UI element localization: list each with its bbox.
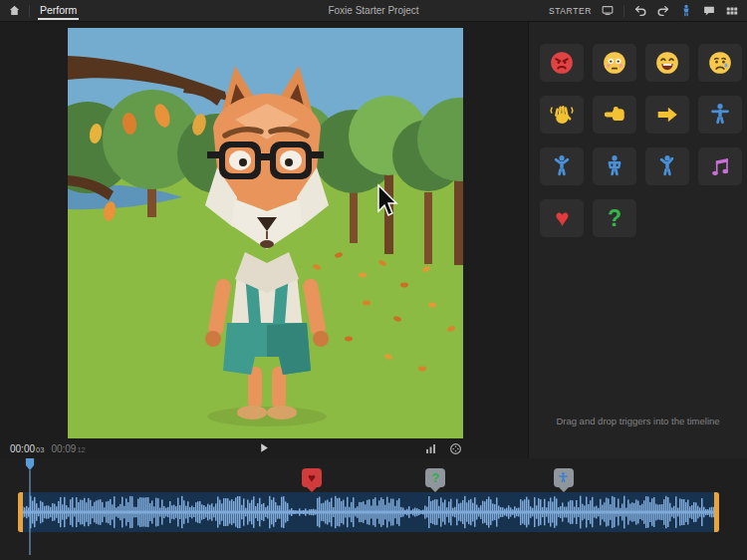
timecode-total: 00:0912 (51, 443, 85, 454)
play-icon (259, 441, 270, 456)
trigger-person-pose-c-button[interactable] (645, 147, 689, 185)
point-left-hand-icon (602, 102, 627, 128)
angry-face-icon (549, 50, 575, 76)
playhead[interactable] (26, 458, 35, 555)
timecode-total-main: 00:09 (51, 443, 76, 454)
arrow-right-icon (654, 102, 680, 128)
trigger-question-mark-button[interactable]: ? (593, 199, 636, 237)
trigger-flushed-face-button[interactable] (593, 44, 636, 82)
film-reel-icon (449, 442, 462, 455)
starter-label: STARTER (549, 6, 592, 16)
divider (29, 5, 30, 17)
trigger-heart-button[interactable]: ♥ (540, 199, 584, 237)
trigger-sad-face-button[interactable] (698, 44, 742, 82)
timeline-panel: ♥? (0, 458, 747, 560)
timeline-marker-person[interactable] (554, 468, 574, 492)
levels-button[interactable] (424, 442, 437, 455)
flushed-face-icon (602, 50, 627, 76)
person-marker-icon (554, 468, 574, 487)
trigger-person-t-pose-button[interactable] (698, 96, 742, 134)
marker-pointer (430, 487, 440, 492)
trigger-arrow-right-button[interactable] (645, 96, 689, 134)
trigger-person-pose-b-button[interactable] (593, 147, 636, 185)
monitor-icon (601, 4, 615, 17)
timecode-current-frames: 03 (36, 445, 44, 454)
audio-track[interactable] (18, 492, 719, 532)
person-pose-a-icon (549, 153, 575, 179)
triggers-panel: ♥? Drag and drop triggers into the timel… (528, 22, 747, 458)
record-scene-button[interactable] (449, 442, 462, 455)
person-pose-b-icon (602, 153, 627, 179)
question-mark-icon: ? (608, 207, 622, 230)
timecode-current[interactable]: 00:0003 (10, 443, 44, 454)
project-title: Foxie Starter Project (328, 5, 418, 16)
marker-pointer (559, 487, 569, 492)
grid-menu-button[interactable] (725, 4, 739, 18)
levels-icon (424, 442, 437, 455)
divider (623, 5, 624, 17)
scene-viewport[interactable] (68, 28, 463, 438)
sad-face-icon (707, 50, 733, 76)
stage-panel: 00:0003 00:0912 (0, 22, 528, 458)
question-mark-marker-icon: ? (425, 468, 445, 487)
timecode-total-frames: 12 (77, 445, 85, 454)
timeline-marker-heart[interactable]: ♥ (302, 468, 322, 492)
tab-perform[interactable]: Perform (38, 0, 79, 21)
heart-icon: ♥ (555, 206, 569, 230)
trigger-angry-face-button[interactable] (540, 44, 584, 82)
laughing-face-icon (654, 50, 680, 76)
music-note-icon (707, 153, 733, 179)
timecode-current-main: 00:00 (10, 443, 35, 454)
triggers-hint: Drag and drop triggers into the timeline (529, 416, 747, 426)
puppet-icon (679, 3, 693, 18)
redo-icon (656, 4, 670, 18)
trigger-wave-hand-button[interactable] (540, 96, 584, 134)
playhead-line (29, 470, 31, 555)
grid-icon (725, 4, 739, 18)
trim-handle-left[interactable] (18, 492, 23, 532)
undo-icon (633, 4, 647, 18)
puppet-panel-button[interactable] (679, 3, 693, 18)
heart-marker-icon: ♥ (302, 468, 322, 487)
trigger-music-note-button[interactable] (698, 147, 742, 185)
person-pose-c-icon (654, 153, 680, 179)
transport-bar: 00:0003 00:0912 (0, 438, 528, 458)
playhead-flag-icon (26, 458, 35, 470)
waveform-canvas (18, 492, 719, 532)
trigger-grid: ♥? (529, 22, 747, 237)
play-button[interactable] (257, 439, 272, 458)
wave-hand-icon (549, 102, 575, 128)
person-t-pose-icon (707, 102, 733, 128)
undo-button[interactable] (633, 4, 647, 18)
trigger-person-pose-a-button[interactable] (540, 147, 584, 185)
timeline-marker-question-mark[interactable]: ? (425, 468, 445, 492)
home-button[interactable] (8, 4, 21, 17)
marker-pointer (307, 487, 317, 492)
workspace-button[interactable] (601, 4, 615, 17)
topbar: Perform Foxie Starter Project STARTER (0, 0, 747, 22)
home-icon (8, 4, 21, 17)
trigger-laughing-face-button[interactable] (645, 44, 689, 82)
trigger-point-left-hand-button[interactable] (593, 96, 636, 134)
scene-canvas (68, 28, 463, 438)
chat-bubble-icon (702, 4, 716, 18)
chat-button[interactable] (702, 4, 716, 18)
redo-button[interactable] (656, 4, 670, 18)
trim-handle-right[interactable] (714, 492, 719, 532)
